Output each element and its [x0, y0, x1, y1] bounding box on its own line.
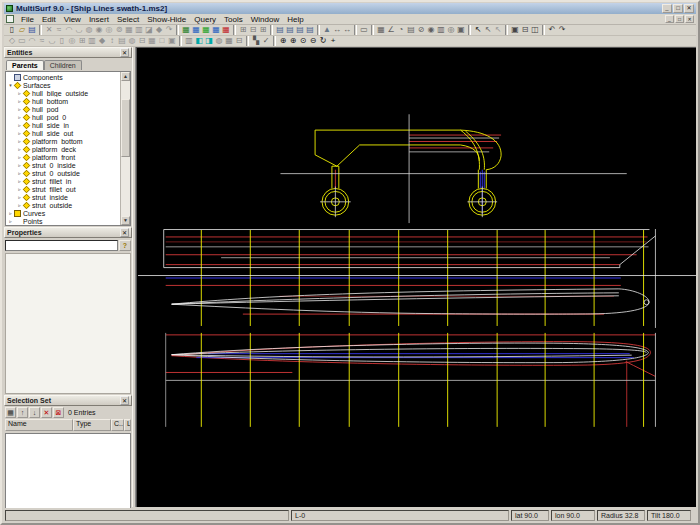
select-poly-button[interactable]: ↖	[483, 25, 493, 35]
tree-item-platform_deck[interactable]: ▹ platform_deck	[6, 145, 120, 153]
tool-arc-button[interactable]: ◠	[64, 25, 74, 35]
tree-item-strut_fillet_in[interactable]: ▹ strut_fillet_in	[6, 177, 120, 185]
view-4-button[interactable]: ▦	[211, 25, 221, 35]
edit-2-button[interactable]: ▭	[17, 36, 27, 46]
tool-mesh-button[interactable]: ▥	[134, 25, 144, 35]
measure-5-button[interactable]: ⊘	[416, 25, 426, 35]
edit-3-button[interactable]: ◠	[27, 36, 37, 46]
tree-scrollbar[interactable]: ▲ ▼	[120, 72, 130, 225]
clear-all-button[interactable]: ⊠	[53, 407, 64, 418]
edit-7-button[interactable]: ◎	[67, 36, 77, 46]
tool-snap-button[interactable]: ⊚	[114, 25, 124, 35]
save-file-button[interactable]: ▤	[27, 25, 37, 35]
hide-1-button[interactable]: ▥	[184, 36, 194, 46]
menu-item[interactable]: Select	[113, 15, 143, 24]
view-1-button[interactable]: ▦	[181, 25, 191, 35]
move-up-button[interactable]: ↑	[17, 407, 28, 418]
mdi-restore-button[interactable]: □	[675, 15, 684, 23]
mdi-minimize-button[interactable]: _	[665, 15, 674, 23]
menu-item[interactable]: Tools	[220, 15, 247, 24]
tile-vertical-button[interactable]: ◫	[530, 25, 540, 35]
divide-3-button[interactable]: ⊞	[258, 25, 268, 35]
zoom-in-button[interactable]: ⊕	[278, 36, 288, 46]
remove-button[interactable]: ✕	[41, 407, 52, 418]
tree-item-curves[interactable]: ▹ Curves	[6, 209, 120, 217]
check-model-button[interactable]: ✓	[261, 36, 271, 46]
tile-horizontal-button[interactable]: ⊟	[520, 25, 530, 35]
divide-1-button[interactable]: ⊞	[238, 25, 248, 35]
tool-arc2-button[interactable]: ◡	[74, 25, 84, 35]
list-2-button[interactable]: ▤	[285, 25, 295, 35]
measure-3-button[interactable]: ◔	[396, 25, 406, 35]
measure-4-button[interactable]: ▤	[406, 25, 416, 35]
curvature-button[interactable]: ▭	[359, 25, 369, 35]
offset-button[interactable]: ↔	[342, 25, 352, 35]
tree-item-points[interactable]: ▹ Points	[6, 217, 120, 225]
tree-item-components[interactable]: Components	[6, 73, 120, 81]
expand-arrow-icon[interactable]: ▹	[7, 210, 14, 216]
selection-close-icon[interactable]: ✕	[120, 396, 129, 405]
redo-button[interactable]: ↷	[557, 25, 567, 35]
tree-item-strut_0_outside[interactable]: ▹ strut_0_outside	[6, 169, 120, 177]
edit-8-button[interactable]: ⊞	[77, 36, 87, 46]
view-5-button[interactable]: ▦	[221, 25, 231, 35]
tree-item-surfaces[interactable]: ▾ Surfaces	[6, 81, 120, 89]
edit-5-button[interactable]: ◡	[47, 36, 57, 46]
scroll-up-icon[interactable]: ▲	[121, 72, 130, 81]
tool-delete-button[interactable]: ✕	[44, 25, 54, 35]
tree-item-strut_fillet_out[interactable]: ▹ strut_fillet_out	[6, 185, 120, 193]
edit-12-button[interactable]: ▤	[117, 36, 127, 46]
edit-17-button[interactable]: ▣	[167, 36, 177, 46]
edit-4-button[interactable]: ≈	[37, 36, 47, 46]
tree-item-hull_side_in[interactable]: ▹ hull_side_in	[6, 121, 120, 129]
tool-point-button[interactable]: ◍	[84, 25, 94, 35]
minimize-button[interactable]: _	[662, 4, 672, 13]
list-3-button[interactable]: ▤	[295, 25, 305, 35]
tree-item-strut_inside[interactable]: ▹ strut_inside	[6, 193, 120, 201]
pan-view-button[interactable]: +	[328, 36, 338, 46]
close-button[interactable]: ✕	[684, 4, 694, 13]
undo-button[interactable]: ↶	[547, 25, 557, 35]
show-grid-button[interactable]: ⊟	[234, 36, 244, 46]
tree-item-hull_pod_0[interactable]: ▹ hull_pod_0	[6, 113, 120, 121]
edit-1-button[interactable]: ◇	[7, 36, 17, 46]
tab-children[interactable]: Children	[44, 60, 82, 70]
zoom-window-button[interactable]: ⊕	[288, 36, 298, 46]
tool-shade-button[interactable]: ◪	[144, 25, 154, 35]
menu-item[interactable]: Help	[283, 15, 307, 24]
zoom-all-button[interactable]: ⊙	[298, 36, 308, 46]
column-header-type[interactable]: Type	[73, 419, 111, 431]
list-4-button[interactable]: ▤	[305, 25, 315, 35]
column-header-c[interactable]: C...	[111, 419, 124, 431]
tool-solid-button[interactable]: ◆	[154, 25, 164, 35]
measure-8-button[interactable]: ◎	[446, 25, 456, 35]
tree-item-hull_side_out[interactable]: ▹ hull_side_out	[6, 129, 120, 137]
columns-button[interactable]: ▦	[5, 407, 16, 418]
properties-close-icon[interactable]: ✕	[120, 228, 129, 237]
menu-item[interactable]: Window	[247, 15, 283, 24]
edit-9-button[interactable]: ▥	[87, 36, 97, 46]
expand-arrow-icon[interactable]: ▹	[7, 218, 14, 224]
tool-ring-button[interactable]: ◉	[94, 25, 104, 35]
menu-item[interactable]: Query	[190, 15, 220, 24]
edit-15-button[interactable]: ▦	[147, 36, 157, 46]
properties-help-button[interactable]: ?	[119, 240, 131, 251]
tree-item-strut_outside[interactable]: ▹ strut_outside	[6, 201, 120, 209]
cascade-button[interactable]: ▣	[510, 25, 520, 35]
tree-item-hull_bilge_outside[interactable]: ▹ hull_bilge_outside	[6, 89, 120, 97]
select-arrow-button[interactable]: ↖	[473, 25, 483, 35]
tree-item-hull_bottom[interactable]: ▹ hull_bottom	[6, 97, 120, 105]
edit-11-button[interactable]: ↕	[107, 36, 117, 46]
menu-item[interactable]: Show-Hide	[143, 15, 190, 24]
scroll-thumb[interactable]	[121, 99, 130, 157]
select-all-button[interactable]: ↖	[493, 25, 503, 35]
tree-item-platform_front[interactable]: ▹ platform_front	[6, 153, 120, 161]
view-2-button[interactable]: ▦	[191, 25, 201, 35]
measure-6-button[interactable]: ◉	[426, 25, 436, 35]
tree-item-platform_bottom[interactable]: ▹ platform_bottom	[6, 137, 120, 145]
tab-parents[interactable]: Parents	[6, 60, 44, 70]
entities-close-icon[interactable]: ✕	[120, 48, 129, 57]
menu-item[interactable]: View	[60, 15, 85, 24]
column-header-l[interactable]: L	[124, 419, 131, 431]
mdi-close-button[interactable]: ✕	[685, 15, 694, 23]
